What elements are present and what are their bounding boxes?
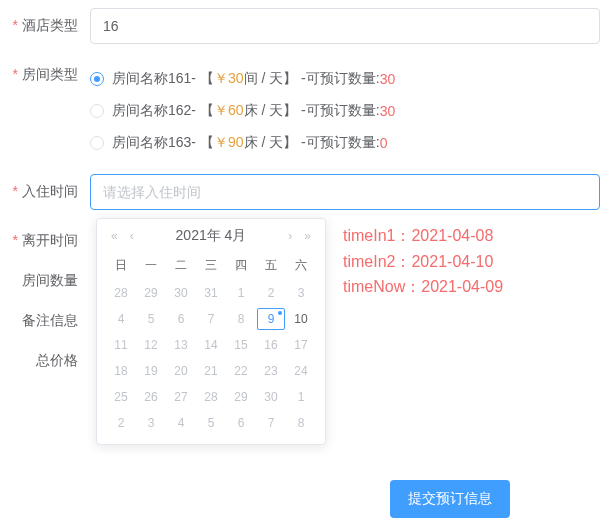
bracket-close: 】 - (283, 102, 306, 120)
room-radio-item[interactable]: 房间名称161 - 【 ￥30 间 / 天 】 - 可预订数量: 30 (90, 70, 395, 88)
calendar-day[interactable]: 11 (107, 334, 135, 356)
hotel-type-row: 酒店类型 (10, 8, 600, 44)
calendar-day[interactable]: 5 (197, 412, 225, 434)
calendar-day[interactable]: 6 (227, 412, 255, 434)
calendar-day[interactable]: 5 (137, 308, 165, 330)
bracket-close: 】 - (283, 70, 306, 88)
calendar-day[interactable]: 22 (227, 360, 255, 382)
calendar-day[interactable]: 30 (167, 282, 195, 304)
calendar-dow: 二 (167, 253, 195, 278)
calendar-header: « ‹ 2021年 4月 › » (107, 227, 315, 245)
calendar-day[interactable]: 15 (227, 334, 255, 356)
calendar-day[interactable]: 16 (257, 334, 285, 356)
room-type-row: 房间类型 房间名称161 - 【 ￥30 间 / 天 】 - 可预订数量: 30… (10, 66, 600, 152)
avail-qty: 30 (380, 103, 396, 119)
calendar-day[interactable]: 3 (287, 282, 315, 304)
calendar-day[interactable]: 8 (227, 308, 255, 330)
room-qty-label: 房间数量 (10, 272, 90, 290)
calendar-grid: 日一二三四五六282930311234567891011121314151617… (107, 253, 315, 434)
room-unit: 间 / 天 (244, 70, 284, 88)
calendar-day[interactable]: 2 (107, 412, 135, 434)
calendar-day[interactable]: 4 (167, 412, 195, 434)
checkin-label: 入住时间 (10, 183, 90, 201)
room-text: 房间名称161 - 【 ￥30 间 / 天 】 - 可预订数量: 30 (112, 70, 395, 88)
calendar-dow: 一 (137, 253, 165, 278)
calendar-day[interactable]: 26 (137, 386, 165, 408)
overlay-line-2: timeIn2：2021-04-10 (343, 249, 503, 275)
room-type-label: 房间类型 (10, 66, 90, 84)
calendar-day[interactable]: 6 (167, 308, 195, 330)
year-next-icon[interactable]: » (300, 229, 315, 243)
calendar-day[interactable]: 20 (167, 360, 195, 382)
calendar-day[interactable]: 1 (287, 386, 315, 408)
calendar-dow: 三 (197, 253, 225, 278)
remarks-label: 备注信息 (10, 312, 90, 330)
room-name: 房间名称163 (112, 134, 191, 152)
bracket-close: 】 - (283, 134, 306, 152)
calendar-day[interactable]: 2 (257, 282, 285, 304)
calendar-day[interactable]: 3 (137, 412, 165, 434)
calendar-day[interactable]: 28 (107, 282, 135, 304)
calendar-day[interactable]: 4 (107, 308, 135, 330)
avail-label: 可预订数量: (306, 102, 380, 120)
calendar-day[interactable]: 29 (137, 282, 165, 304)
room-price: ￥60 (214, 102, 244, 120)
room-name: 房间名称162 (112, 102, 191, 120)
calendar-day[interactable]: 24 (287, 360, 315, 382)
checkin-row: 入住时间 (10, 174, 600, 210)
calendar-day[interactable]: 9 (257, 308, 285, 330)
calendar-day[interactable]: 7 (197, 308, 225, 330)
year-prev-icon[interactable]: « (107, 229, 122, 243)
avail-qty: 0 (380, 135, 388, 151)
calendar-day[interactable]: 12 (137, 334, 165, 356)
calendar-day[interactable]: 25 (107, 386, 135, 408)
room-radio-item[interactable]: 房间名称162 - 【 ￥60 床 / 天 】 - 可预订数量: 30 (90, 102, 395, 120)
avail-qty: 30 (380, 71, 396, 87)
room-price: ￥90 (214, 134, 244, 152)
calendar-day[interactable]: 7 (257, 412, 285, 434)
overlay-line-3: timeNow：2021-04-09 (343, 274, 503, 300)
calendar-day[interactable]: 17 (287, 334, 315, 356)
debug-overlay: timeIn1：2021-04-08 timeIn2：2021-04-10 ti… (343, 223, 503, 300)
calendar-day[interactable]: 1 (227, 282, 255, 304)
calendar-day[interactable]: 8 (287, 412, 315, 434)
bracket-open: - 【 (191, 102, 214, 120)
overlay-line-1: timeIn1：2021-04-08 (343, 223, 503, 249)
calendar-day[interactable]: 29 (227, 386, 255, 408)
calendar-day[interactable]: 18 (107, 360, 135, 382)
hotel-type-label: 酒店类型 (10, 17, 90, 35)
radio-icon (90, 72, 104, 86)
calendar-day[interactable]: 19 (137, 360, 165, 382)
room-name: 房间名称161 (112, 70, 191, 88)
room-radio-item[interactable]: 房间名称163 - 【 ￥90 床 / 天 】 - 可预订数量: 0 (90, 134, 395, 152)
calendar-dow: 六 (287, 253, 315, 278)
calendar-day[interactable]: 13 (167, 334, 195, 356)
submit-button[interactable]: 提交预订信息 (390, 480, 510, 518)
checkin-input[interactable] (90, 174, 600, 210)
submit-row: 提交预订信息 (390, 480, 600, 518)
calendar-day[interactable]: 14 (197, 334, 225, 356)
hotel-type-input[interactable] (90, 8, 600, 44)
month-prev-icon[interactable]: ‹ (126, 229, 138, 243)
calendar-day[interactable]: 28 (197, 386, 225, 408)
radio-icon (90, 104, 104, 118)
room-text: 房间名称163 - 【 ￥90 床 / 天 】 - 可预订数量: 0 (112, 134, 387, 152)
calendar-day[interactable]: 30 (257, 386, 285, 408)
room-unit: 床 / 天 (244, 102, 284, 120)
calendar-day[interactable]: 21 (197, 360, 225, 382)
calendar-dow: 五 (257, 253, 285, 278)
calendar-title: 2021年 4月 (142, 227, 281, 245)
room-price: ￥30 (214, 70, 244, 88)
checkout-label: 离开时间 (10, 232, 90, 250)
calendar-day[interactable]: 10 (287, 308, 315, 330)
calendar-dow: 四 (227, 253, 255, 278)
room-type-radios: 房间名称161 - 【 ￥30 间 / 天 】 - 可预订数量: 30房间名称1… (90, 66, 395, 152)
bracket-open: - 【 (191, 70, 214, 88)
calendar-day[interactable]: 27 (167, 386, 195, 408)
bracket-open: - 【 (191, 134, 214, 152)
radio-icon (90, 136, 104, 150)
month-next-icon[interactable]: › (284, 229, 296, 243)
room-text: 房间名称162 - 【 ￥60 床 / 天 】 - 可预订数量: 30 (112, 102, 395, 120)
calendar-day[interactable]: 23 (257, 360, 285, 382)
calendar-day[interactable]: 31 (197, 282, 225, 304)
